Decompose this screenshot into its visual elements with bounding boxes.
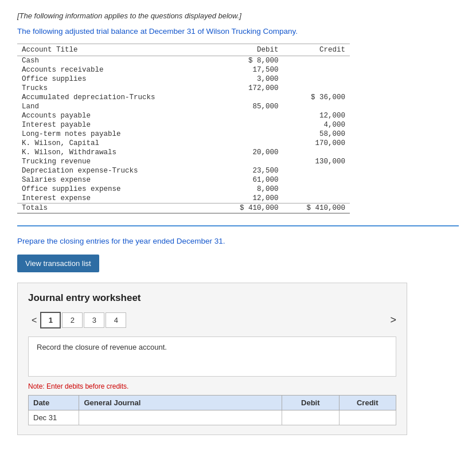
trial-balance-row: Accumulated depreciation-Trucks$ 36,000 [17, 93, 350, 102]
account-name: K. Wilson, Capital [17, 139, 216, 148]
account-name: Interest payable [17, 120, 216, 130]
journal-credit-cell[interactable] [339, 410, 396, 425]
trial-balance-row: Depreciation expense-Trucks23,500 [17, 166, 350, 175]
debit-amount [216, 130, 283, 139]
credit-amount [283, 75, 350, 84]
main-desc-suffix: . [295, 27, 298, 36]
main-description: The following adjusted trial balance at … [17, 27, 459, 36]
col-credit: Credit [283, 44, 350, 56]
totals-debit: $ 410,000 [216, 204, 283, 214]
debit-amount: 85,000 [216, 102, 283, 111]
credit-amount [283, 102, 350, 111]
trial-balance-row: Office supplies expense8,000 [17, 185, 350, 194]
credit-amount: 130,000 [283, 157, 350, 166]
account-name: Long-term notes payable [17, 130, 216, 139]
debit-amount: $ 8,000 [216, 56, 283, 66]
trial-balance-row: Interest expense12,000 [17, 194, 350, 204]
journal-entry-worksheet: Journal entry worksheet < 1 2 3 4 > Reco… [17, 283, 407, 435]
account-name: Office supplies expense [17, 185, 216, 194]
journal-col-general-journal: General Journal [79, 396, 282, 410]
view-transaction-list-button[interactable]: View transaction list [17, 255, 99, 272]
trial-balance-row: Accounts receivable17,500 [17, 65, 350, 75]
credit-amount: 170,000 [283, 139, 350, 148]
debit-amount [216, 93, 283, 102]
credit-amount [283, 56, 350, 66]
trial-balance-row: K. Wilson, Withdrawals20,000 [17, 148, 350, 157]
credit-amount [283, 148, 350, 157]
trial-balance-row: K. Wilson, Capital170,000 [17, 139, 350, 148]
trial-balance-row: Office supplies3,000 [17, 75, 350, 84]
closing-prefix: Prepare the closing entries for the year… [17, 237, 177, 245]
trial-balance-row: Accounts payable12,000 [17, 111, 350, 120]
col-account-title: Account Title [17, 44, 216, 56]
trial-balance-row: Land85,000 [17, 102, 350, 111]
closing-instruction: Prepare the closing entries for the year… [17, 237, 459, 245]
tab-right-arrow[interactable]: > [390, 314, 396, 326]
trial-balance-row: Salaries expense61,000 [17, 175, 350, 185]
account-name: Accounts payable [17, 111, 216, 120]
trial-balance-row: Trucking revenue130,000 [17, 157, 350, 166]
record-instruction-box: Record the closure of revenue account. [28, 336, 396, 377]
credit-amount: 58,000 [283, 130, 350, 139]
col-debit: Debit [216, 44, 283, 56]
tab-navigation: < 1 2 3 4 > [28, 312, 396, 328]
tab-left-arrow[interactable]: < [28, 313, 40, 328]
account-name: Interest expense [17, 194, 216, 204]
intro-bracket-text: [The following information applies to th… [17, 11, 459, 20]
credit-amount [283, 166, 350, 175]
credit-amount [283, 84, 350, 93]
journal-row: Dec 31 [29, 410, 396, 425]
journal-title: Journal entry worksheet [28, 292, 396, 304]
debit-amount [216, 139, 283, 148]
main-desc-prefix: The following adjusted trial balance at … [17, 27, 206, 36]
company-name: Wilson Trucking Company [206, 27, 295, 36]
debit-amount [216, 120, 283, 130]
debit-amount: 61,000 [216, 175, 283, 185]
credit-amount: $ 36,000 [283, 93, 350, 102]
credit-amount [283, 175, 350, 185]
account-name: K. Wilson, Withdrawals [17, 148, 216, 157]
trial-balance-table: Account Title Debit Credit Cash$ 8,000Ac… [17, 44, 350, 214]
debit-amount: 8,000 [216, 185, 283, 194]
journal-col-date: Date [29, 396, 79, 410]
account-name: Land [17, 102, 216, 111]
account-name: Trucking revenue [17, 157, 216, 166]
tab-3[interactable]: 3 [84, 312, 104, 328]
debit-amount: 3,000 [216, 75, 283, 84]
journal-debit-cell[interactable] [282, 410, 339, 425]
credit-amount [283, 194, 350, 204]
account-name: Salaries expense [17, 175, 216, 185]
record-instruction-text: Record the closure of revenue account. [37, 343, 167, 351]
trial-balance-total-row: Totals$ 410,000$ 410,000 [17, 204, 350, 214]
credit-amount: 4,000 [283, 120, 350, 130]
account-name: Accounts receivable [17, 65, 216, 75]
journal-general-journal-cell[interactable] [79, 410, 282, 425]
credit-amount: 12,000 [283, 111, 350, 120]
debit-amount [216, 157, 283, 166]
debit-amount: 172,000 [216, 84, 283, 93]
note-text: Note: Enter debits before credits. [28, 382, 396, 390]
journal-entry-table: Date General Journal Debit Credit Dec 31 [28, 395, 396, 425]
tab-4[interactable]: 4 [106, 312, 126, 328]
debit-amount [216, 111, 283, 120]
account-name: Depreciation expense-Trucks [17, 166, 216, 175]
section-divider [17, 225, 459, 226]
journal-date-cell[interactable]: Dec 31 [29, 410, 79, 425]
debit-amount: 20,000 [216, 148, 283, 157]
tab-2[interactable]: 2 [62, 312, 83, 328]
debit-amount: 12,000 [216, 194, 283, 204]
account-name: Office supplies [17, 75, 216, 84]
trial-balance-row: Long-term notes payable58,000 [17, 130, 350, 139]
account-name: Cash [17, 56, 216, 66]
credit-amount [283, 185, 350, 194]
account-name: Accumulated depreciation-Trucks [17, 93, 216, 102]
journal-col-credit: Credit [339, 396, 396, 410]
closing-date: December 31 [177, 237, 223, 245]
account-name: Trucks [17, 84, 216, 93]
debit-amount: 23,500 [216, 166, 283, 175]
debit-amount: 17,500 [216, 65, 283, 75]
trial-balance-row: Interest payable4,000 [17, 120, 350, 130]
totals-label: Totals [17, 204, 216, 214]
journal-col-debit: Debit [282, 396, 339, 410]
tab-1[interactable]: 1 [40, 312, 61, 328]
